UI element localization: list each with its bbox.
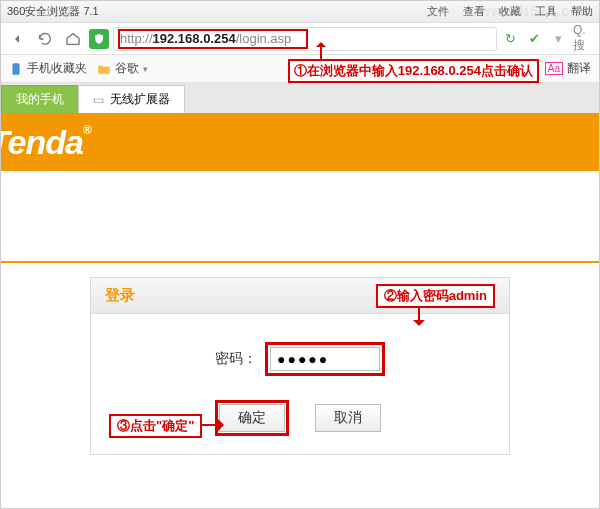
shield-icon [89,29,109,49]
password-highlight [265,342,385,376]
divider [1,261,599,263]
tab-bar: 我的手机 ▭ 无线扩展器 [1,83,599,113]
cancel-button[interactable]: 取消 [315,404,381,432]
tab-label: 无线扩展器 [110,91,170,108]
bookmark-google[interactable]: 谷歌 ▾ [97,60,148,77]
leaf-icon[interactable]: ✔ [525,30,543,48]
bookmark-label: 手机收藏夹 [27,60,87,77]
login-header: 登录 ②输入密码admin [91,278,509,314]
translate-icon: Aa [545,62,563,75]
bookmark-label: 谷歌 [115,60,139,77]
svg-rect-0 [13,63,20,75]
nav-toolbar: http://192.168.0.254/login.asp ↻ ✔ ▾ Q.搜 [1,23,599,55]
window-title: 360安全浏览器 7.1 [7,4,427,19]
home-button[interactable] [61,27,85,51]
brand-logo: Tenda® [0,123,91,162]
page-icon: ▭ [93,93,104,107]
dropdown-icon[interactable]: ▾ [549,30,567,48]
chevron-down-icon: ▾ [143,64,148,74]
brand-header: Tenda® [1,113,599,171]
menu-file[interactable]: 文件 [427,4,449,19]
bookmark-phone-fav[interactable]: 手机收藏夹 [9,60,87,77]
reload-button[interactable] [33,27,57,51]
toolbar-right: ↻ ✔ ▾ Q.搜 [501,30,595,48]
login-title: 登录 [105,286,135,305]
watermark: www.it528.com [479,3,593,19]
phone-icon [9,62,23,76]
bookmark-bar: 手机收藏夹 谷歌 ▾ ✚ 扩展 ◆ 海淘搜比价 ¥ 网银 Aa 翻译 ①在浏览器… [1,55,599,83]
bookmark-label: 翻译 [567,60,591,77]
tab-router[interactable]: ▭ 无线扩展器 [78,85,185,113]
url-host: 192.168.0.254 [153,31,236,46]
password-label: 密码： [215,350,257,368]
bookmark-translate[interactable]: Aa 翻译 [545,60,591,77]
url-prefix: http:// [120,31,153,46]
callout-password: ②输入密码admin [376,284,495,308]
address-bar[interactable]: http://192.168.0.254/login.asp [113,27,497,51]
login-panel: 登录 ②输入密码admin 密码： 确定 取消 ③点击"确定" [90,277,510,455]
callout-ok: ③点击"确定" [109,414,202,438]
tab-my-phone[interactable]: 我的手机 [1,85,79,113]
refresh-icon[interactable]: ↻ [501,30,519,48]
folder-icon [97,62,111,76]
password-input[interactable] [270,347,380,371]
callout-url: ①在浏览器中输入192.168.0.254点击确认 [288,59,539,83]
url-path: /login.asp [236,31,292,46]
search-icon[interactable]: Q.搜 [573,30,591,48]
back-button[interactable] [5,27,29,51]
password-row: 密码： [111,342,489,376]
